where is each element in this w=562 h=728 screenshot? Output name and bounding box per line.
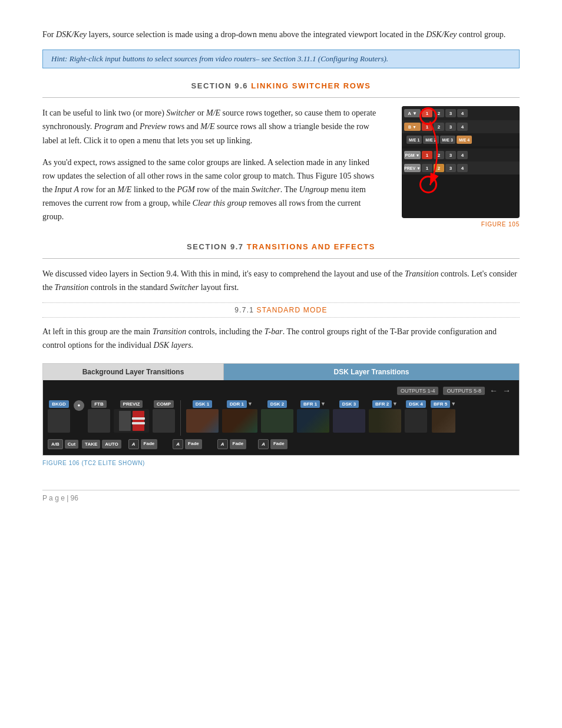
prev-btn2[interactable]: 2 xyxy=(434,164,444,172)
ftb-button[interactable]: FTB xyxy=(91,400,107,408)
prev-btn3[interactable]: 3 xyxy=(445,164,456,172)
dsk2-button[interactable]: DSK 2 xyxy=(267,400,287,408)
outputs-5-8-btn[interactable]: OUTPUTS 5-8 xyxy=(443,387,485,395)
btn-b2[interactable]: 2 xyxy=(434,123,444,131)
target-group: ● xyxy=(74,400,84,436)
dsk2-group: DSK 2 xyxy=(261,400,293,433)
auto-button[interactable]: AUTO xyxy=(102,440,121,449)
dsk4-a-button[interactable]: A xyxy=(258,439,269,449)
bfr1-dropdown[interactable]: ▼ xyxy=(320,401,326,407)
tbar-right xyxy=(133,411,144,431)
pgm-label: PGM ▼ xyxy=(404,151,421,159)
me1-btn[interactable]: M/E 1 xyxy=(406,136,422,144)
dsk1-preview xyxy=(186,409,219,433)
dsk1-a-button[interactable]: A xyxy=(128,439,139,449)
ddr1-group: DDR 1 ▼ xyxy=(222,400,257,433)
btn-b4[interactable]: 4 xyxy=(457,123,468,131)
pgm-btn4[interactable]: 4 xyxy=(457,151,468,159)
bfr2-button[interactable]: BFR 2 xyxy=(372,400,392,408)
section96-heading: SECTION 9.6 LINKING SWITCHER ROWS xyxy=(42,81,520,90)
me4-btn[interactable]: M/E 4 xyxy=(457,136,472,144)
comp-button[interactable]: COMP xyxy=(154,400,174,408)
separator1 xyxy=(180,400,181,436)
take-auto-group: TAKE AUTO xyxy=(82,440,121,449)
section96-para2: As you'd expect, rows assigned to the sa… xyxy=(42,156,382,223)
bfr2-dropdown[interactable]: ▼ xyxy=(392,401,398,407)
ddr1-preview xyxy=(222,409,257,433)
section96-content: It can be useful to link two (or more) S… xyxy=(42,106,520,232)
dsk3-fade-button[interactable]: Fade xyxy=(230,439,247,449)
col-bg-label: Background Layer Transitions xyxy=(43,364,224,380)
dsk3-group: DSK 3 xyxy=(333,400,365,433)
section97-title: TRANSITIONS AND EFFECTS xyxy=(247,242,375,251)
dsk1-fade-button[interactable]: Fade xyxy=(141,439,158,449)
tb-controls-row: BKGD ● FTB PREVIZ xyxy=(48,400,514,436)
tbar-handle-top xyxy=(132,417,145,420)
forward-arrow[interactable]: → xyxy=(503,386,511,396)
btn-b3[interactable]: 3 xyxy=(445,123,456,131)
dsk4-button[interactable]: DSK 4 xyxy=(406,400,426,408)
previz-button[interactable]: PREVIZ xyxy=(120,400,143,408)
page-footer: P a g e | 96 xyxy=(42,490,520,502)
dsk1-button[interactable]: DSK 1 xyxy=(193,400,213,408)
me2-btn[interactable]: M/E 2 xyxy=(423,136,438,144)
cut-button[interactable]: Cut xyxy=(65,440,78,449)
section96-divider xyxy=(42,97,520,98)
btn-a2[interactable]: 2 xyxy=(434,109,444,117)
bfr2-preview xyxy=(369,409,401,433)
ddr1-button[interactable]: DDR 1 xyxy=(227,400,247,408)
bfr1-group: BFR 1 ▼ xyxy=(297,400,329,433)
section97: SECTION 9.7 TRANSITIONS AND EFFECTS We d… xyxy=(42,242,520,466)
tbar-left xyxy=(119,411,131,431)
bfr5-button[interactable]: BFR 5 xyxy=(431,400,450,408)
page-container: For DSK/Key layers, source selection is … xyxy=(0,0,562,526)
ab-button[interactable]: A/B xyxy=(48,439,63,449)
dsk3-preview xyxy=(333,409,365,433)
back-arrow[interactable]: ← xyxy=(490,386,498,396)
dsk4-fade-button[interactable]: Fade xyxy=(270,439,287,449)
section97-heading: SECTION 9.7 TRANSITIONS AND EFFECTS xyxy=(42,242,520,251)
previz-group: PREVIZ xyxy=(114,400,149,433)
figure105-block: A ▼ 1 2 3 4 B ▼ 1 2 3 4 xyxy=(396,106,520,232)
bfr1-preview xyxy=(297,409,329,433)
btn-a3[interactable]: 3 xyxy=(445,109,456,117)
bfr5-group: BFR 5 ▼ xyxy=(431,400,456,433)
section96-text: It can be useful to link two (or more) S… xyxy=(42,106,382,232)
dsk4-group: DSK 4 xyxy=(405,400,427,433)
tbar-handle-bot xyxy=(132,422,145,424)
row-b-label: B ▼ xyxy=(404,123,421,131)
bkgd-group: BKGD xyxy=(48,400,70,433)
dsk2-fade-button[interactable]: Fade xyxy=(185,439,202,449)
target-button[interactable]: ● xyxy=(74,400,84,411)
dsk4-bottom-group: A Fade xyxy=(258,439,287,449)
ddr1-dropdown[interactable]: ▼ xyxy=(247,401,253,407)
transitions-header: Background Layer Transitions DSK Layer T… xyxy=(43,364,519,380)
subsection971-heading: 9.7.1 STANDARD MODE xyxy=(42,302,520,318)
btn-a4[interactable]: 4 xyxy=(457,109,468,117)
page-number: P a g e | 96 xyxy=(42,494,78,502)
dsk3-button[interactable]: DSK 3 xyxy=(339,400,359,408)
pgm-btn2[interactable]: 2 xyxy=(434,151,444,159)
btn-a1[interactable]: 1 xyxy=(422,109,432,117)
subsection971-para: At left in this group are the main Trans… xyxy=(42,325,520,352)
bfr5-dropdown[interactable]: ▼ xyxy=(451,401,456,407)
bfr1-button[interactable]: BFR 1 xyxy=(300,400,320,408)
pgm-btn1[interactable]: 1 xyxy=(422,151,432,159)
dsk3-a-button[interactable]: A xyxy=(217,439,228,449)
take-button[interactable]: TAKE xyxy=(82,440,100,449)
prev-btn4[interactable]: 4 xyxy=(457,164,468,172)
bkgd-preview xyxy=(48,409,70,433)
btn-b1[interactable]: 1 xyxy=(422,123,432,131)
dsk2-preview xyxy=(261,409,293,433)
bkgd-button[interactable]: BKGD xyxy=(49,400,69,408)
me3-btn[interactable]: M/E 3 xyxy=(440,136,455,144)
dsk2-a-button[interactable]: A xyxy=(173,439,183,449)
comp-preview xyxy=(153,409,175,433)
figure105-image: A ▼ 1 2 3 4 B ▼ 1 2 3 4 xyxy=(402,106,520,218)
dsk1-bottom-group: A Fade xyxy=(128,439,157,449)
transitions-diagram: Background Layer Transitions DSK Layer T… xyxy=(42,363,520,456)
prev-btn1[interactable]: 1 xyxy=(422,164,432,172)
outputs-1-4-btn[interactable]: OUTPUTS 1-4 xyxy=(397,387,439,395)
section97-number: SECTION 9.7 xyxy=(187,242,247,251)
pgm-btn3[interactable]: 3 xyxy=(445,151,456,159)
